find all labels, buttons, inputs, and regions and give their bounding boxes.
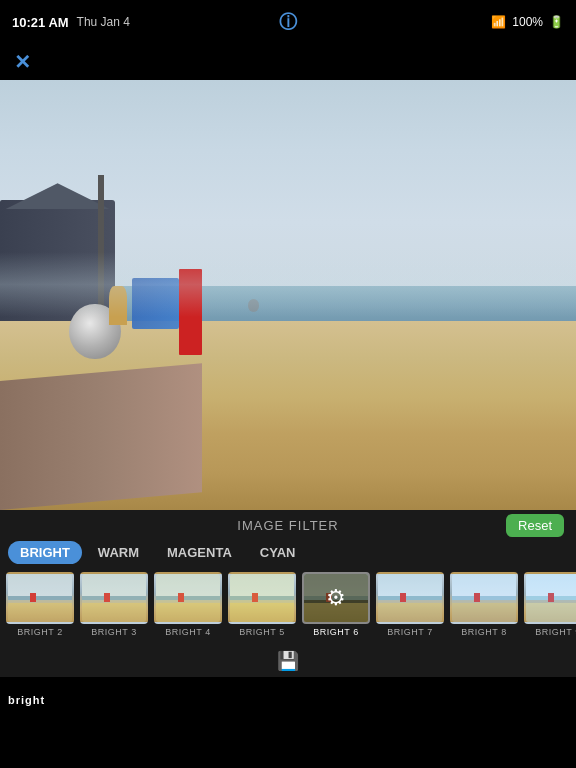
- path-layer: [0, 363, 202, 510]
- bright2-label: BRIGHT 2: [17, 627, 62, 637]
- filter-bright5[interactable]: BRIGHT 5: [228, 572, 296, 637]
- status-bar: 10:21 AM Thu Jan 4 ⓘ 📶 100% 🔋: [0, 0, 576, 44]
- tab-bright[interactable]: BRIGHT: [8, 541, 82, 564]
- bright5-label: BRIGHT 5: [239, 627, 284, 637]
- active-filter-label: bright: [8, 694, 45, 706]
- battery-icon: 🔋: [549, 15, 564, 29]
- status-time: 10:21 AM: [12, 15, 69, 30]
- gear-overlay: ⚙: [304, 574, 368, 622]
- filter-bright7[interactable]: BRIGHT 7: [376, 572, 444, 637]
- filter-bright6[interactable]: ⚙ BRIGHT 6: [302, 572, 370, 637]
- filter-bright4[interactable]: BRIGHT 4: [154, 572, 222, 637]
- bright3-label: BRIGHT 3: [91, 627, 136, 637]
- tab-warm[interactable]: WARM: [86, 541, 151, 564]
- status-right: 📶 100% 🔋: [491, 15, 564, 29]
- filter-bright3[interactable]: BRIGHT 3: [80, 572, 148, 637]
- filter-bright9[interactable]: BRIGHT 9: [524, 572, 576, 637]
- battery-percentage: 100%: [512, 15, 543, 29]
- bright4-label: BRIGHT 4: [165, 627, 210, 637]
- status-date: Thu Jan 4: [77, 15, 130, 29]
- filter-panel: IMAGE FILTER Reset BRIGHT WARM MAGENTA C…: [0, 510, 576, 645]
- close-button[interactable]: ✕: [14, 50, 31, 74]
- bright6-label: BRIGHT 6: [313, 627, 358, 637]
- filter-tabs: BRIGHT WARM MAGENTA CYAN: [0, 541, 576, 564]
- filter-header: IMAGE FILTER Reset: [0, 510, 576, 541]
- gear-icon: ⚙: [326, 585, 346, 611]
- tab-cyan[interactable]: CYAN: [248, 541, 308, 564]
- tab-magenta[interactable]: MAGENTA: [155, 541, 244, 564]
- reset-button[interactable]: Reset: [506, 514, 564, 537]
- filter-title: IMAGE FILTER: [237, 518, 338, 533]
- haze-overlay: [0, 252, 576, 317]
- filter-bright2[interactable]: BRIGHT 2: [6, 572, 74, 637]
- wifi-icon: 📶: [491, 15, 506, 29]
- save-button[interactable]: 💾: [277, 650, 299, 672]
- main-photo: [0, 80, 576, 510]
- filter-bright8[interactable]: BRIGHT 8: [450, 572, 518, 637]
- bright8-label: BRIGHT 8: [461, 627, 506, 637]
- status-left: 10:21 AM Thu Jan 4: [12, 15, 130, 30]
- bright7-label: BRIGHT 7: [387, 627, 432, 637]
- bright9-label: BRIGHT 9: [535, 627, 576, 637]
- info-button[interactable]: ⓘ: [279, 10, 297, 34]
- bottom-bar: 💾: [0, 645, 576, 677]
- filter-thumbnails: BRIGHT 2 BRIGHT 3 BRIGHT 4: [0, 572, 576, 637]
- toolbar: ✕: [0, 44, 576, 80]
